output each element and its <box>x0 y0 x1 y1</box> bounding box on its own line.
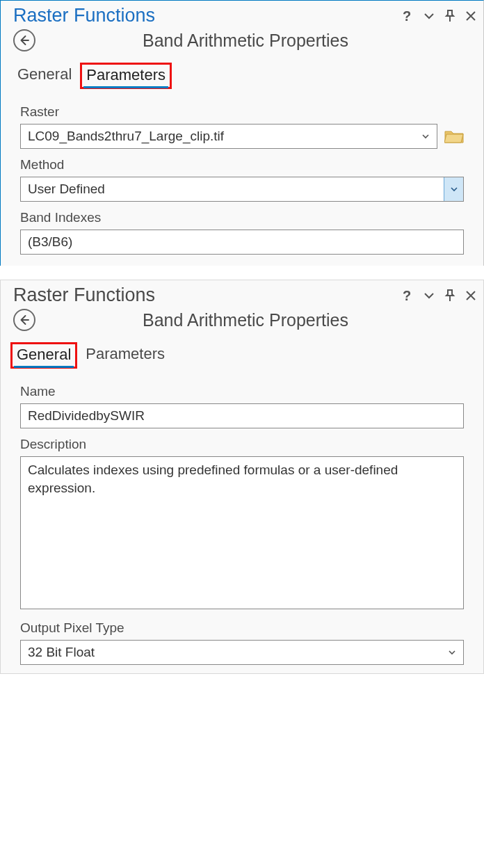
method-select[interactable]: User Defined <box>20 177 464 202</box>
titlebar: Raster Functions ? <box>1 1 483 28</box>
raster-functions-panel-general: Raster Functions ? Band Arithmetic Prope… <box>0 280 484 674</box>
tab-label: General <box>17 65 72 83</box>
general-form: Name Description Output Pixel Type 32 Bi… <box>1 371 483 669</box>
panel-title: Raster Functions <box>13 284 401 306</box>
band-indexes-label: Band Indexes <box>20 210 464 225</box>
close-icon[interactable] <box>465 10 476 22</box>
pin-icon[interactable] <box>444 289 455 302</box>
panel-title: Raster Functions <box>13 5 401 26</box>
tab-parameters[interactable]: Parameters <box>80 63 172 89</box>
chevron-down-icon <box>448 648 456 657</box>
band-indexes-input[interactable] <box>20 230 464 255</box>
tab-general[interactable]: General <box>16 65 73 86</box>
chevron-down-icon[interactable] <box>444 177 463 201</box>
name-input[interactable] <box>20 403 464 428</box>
titlebar-icons: ? <box>401 289 476 303</box>
raster-select[interactable]: LC09_Bands2thru7_Large_clip.tif <box>20 124 437 149</box>
tab-label: General <box>17 346 71 363</box>
svg-text:?: ? <box>403 9 411 23</box>
output-pixel-type-select[interactable]: 32 Bit Float <box>20 640 464 665</box>
raster-functions-panel-parameters: Raster Functions ? Band Arithmetic Prope… <box>0 0 484 266</box>
description-textarea[interactable] <box>20 456 464 609</box>
tab-parameters[interactable]: Parameters <box>84 345 166 366</box>
pin-icon[interactable] <box>444 10 455 22</box>
raster-label: Raster <box>20 104 464 120</box>
subtitle-row: Band Arithmetic Properties <box>1 307 483 337</box>
close-icon[interactable] <box>465 290 476 301</box>
chevron-down-icon <box>421 132 430 140</box>
tab-underline <box>14 366 74 368</box>
description-label: Description <box>20 437 464 452</box>
tab-underline <box>83 86 168 88</box>
method-label: Method <box>20 157 464 172</box>
panel-subtitle: Band Arithmetic Properties <box>20 310 471 330</box>
parameters-form: Raster LC09_Bands2thru7_Large_clip.tif M… <box>1 92 483 259</box>
titlebar-icons: ? <box>401 9 476 23</box>
tab-label: Parameters <box>86 66 166 83</box>
tab-label: Parameters <box>86 345 165 362</box>
help-icon[interactable]: ? <box>401 289 414 303</box>
chevron-down-icon[interactable] <box>424 10 435 22</box>
titlebar: Raster Functions ? <box>1 280 483 307</box>
output-pixel-type-value: 32 Bit Float <box>28 645 95 660</box>
subtitle-row: Band Arithmetic Properties <box>1 28 483 57</box>
tabs: General Parameters <box>1 337 483 371</box>
method-value: User Defined <box>21 177 444 201</box>
name-label: Name <box>20 384 464 399</box>
tab-general[interactable]: General <box>10 342 77 369</box>
tabs: General Parameters <box>1 57 483 92</box>
panel-subtitle: Band Arithmetic Properties <box>20 31 471 51</box>
output-pixel-type-label: Output Pixel Type <box>20 620 464 636</box>
browse-folder-icon[interactable] <box>444 129 464 144</box>
help-icon[interactable]: ? <box>401 9 414 23</box>
raster-value: LC09_Bands2thru7_Large_clip.tif <box>28 129 224 144</box>
svg-text:?: ? <box>403 289 411 303</box>
chevron-down-icon[interactable] <box>424 290 435 301</box>
